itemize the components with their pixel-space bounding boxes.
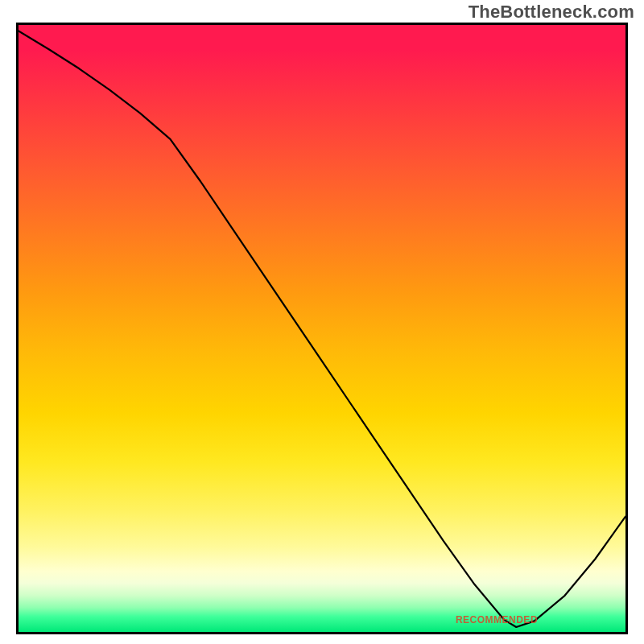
chart-line (19, 25, 625, 632)
recommended-watermark: RECOMMENDED (456, 614, 538, 625)
attribution-text: TheBottleneck.com (469, 2, 634, 23)
chart-plot-area: RECOMMENDED (16, 23, 628, 634)
